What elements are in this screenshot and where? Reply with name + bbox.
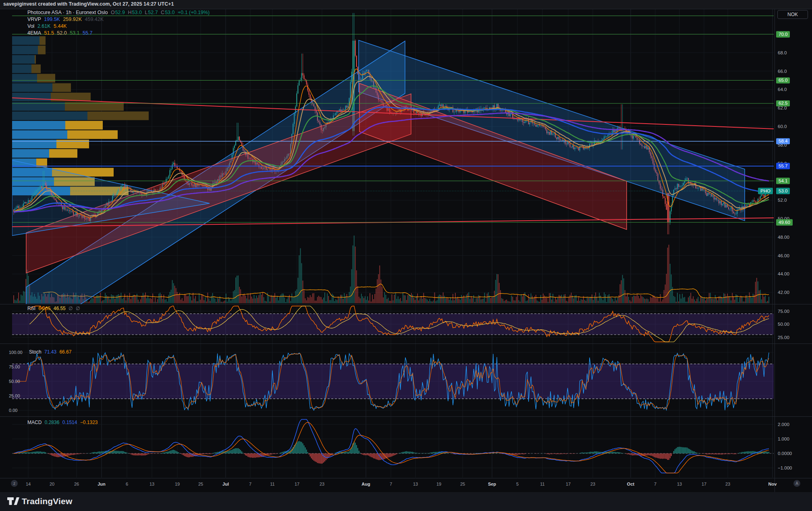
stoch-band (12, 364, 774, 399)
ema-value-1: 51.5 (44, 30, 54, 36)
rsi-ma-value: 46.55 (54, 306, 66, 311)
macd-pane[interactable] (12, 419, 774, 473)
tradingview-logo[interactable] (7, 496, 19, 507)
vrvp-bar (87, 112, 149, 120)
ema-value-2: 52.0 (57, 30, 66, 36)
close-value: 53.0 (165, 10, 174, 15)
low-value: 52.7 (148, 10, 158, 15)
pane-separator[interactable] (0, 304, 812, 304)
close-key: C (161, 10, 164, 15)
pane-separator[interactable] (0, 343, 812, 344)
change-value: +0.1 (+0.19%) (178, 10, 210, 15)
symbol-title: Photocure ASA · 1h · Euronext Oslo (27, 10, 108, 15)
vrvp-bar (67, 130, 118, 139)
vrvp-legend[interactable]: VRVP 199.5K 259.92K 459.42K (27, 17, 105, 22)
stoch-pane[interactable] (12, 353, 774, 410)
rsi-value: 64.65 (38, 306, 50, 311)
vrvp-bar (12, 121, 65, 130)
rsi-empty-1: ∅ (69, 306, 73, 311)
vrvp-bar (12, 55, 35, 64)
macd-legend[interactable]: MACD 0.2836 0.1514 −0.1323 (27, 420, 100, 425)
low-key: L (145, 10, 147, 15)
vrvp-bar (31, 64, 41, 73)
stoch-label: Stoch (29, 349, 42, 355)
volume-ma-value: 5.44K (54, 23, 67, 29)
vrvp-bar (39, 36, 46, 45)
time-axis[interactable] (0, 478, 812, 492)
macd-value: 0.1514 (62, 420, 77, 425)
chart-canvas[interactable] (0, 0, 812, 511)
vrvp-bar (38, 46, 46, 54)
vrvp-bar (49, 149, 77, 158)
main-price-pane[interactable] (12, 13, 774, 339)
pane-separator (0, 9, 812, 9)
vrvp-bar (12, 74, 37, 83)
macd-label: MACD (27, 420, 42, 425)
rsi-empty-2: ∅ (76, 306, 80, 311)
vrvp-bar (12, 112, 87, 120)
vrvp-bar (52, 83, 71, 92)
macd-signal-value: −0.1323 (80, 420, 98, 425)
vrvp-bar (12, 64, 31, 73)
ema-value-3: 53.1 (70, 30, 79, 36)
vrvp-bar (12, 46, 38, 54)
vrvp-value-2: 259.92K (63, 17, 82, 22)
macd-hist-value: 0.2836 (45, 420, 60, 425)
volume-value: 2.61K (37, 23, 51, 29)
stoch-k-value: 71.43 (44, 349, 56, 355)
high-value: 53.0 (132, 10, 142, 15)
volume-legend[interactable]: Vol 2.61K 5.44K (27, 23, 69, 29)
vrvp-bar (12, 130, 67, 139)
price-axis[interactable] (775, 9, 812, 492)
volume-label: Vol (27, 23, 34, 29)
vrvp-value-3: 459.42K (85, 17, 104, 22)
rsi-legend[interactable]: RSI 64.65 46.55 ∅ ∅ (27, 306, 81, 311)
pane-separator[interactable] (0, 416, 812, 417)
open-value: 52.9 (115, 10, 125, 15)
vrvp-bar (12, 83, 52, 92)
auto-scale-button[interactable]: A (793, 480, 800, 487)
ema-label: 4EMA (27, 30, 41, 36)
ema-value-4: 55.7 (83, 30, 92, 36)
brand-name: TradingView (22, 497, 73, 506)
symbol-legend[interactable]: Photocure ASA · 1h · Euronext Oslo O52.9… (27, 10, 211, 15)
rsi-label: RSI (27, 306, 35, 311)
export-header: savepiginvest created with TradingView.c… (0, 0, 812, 9)
rsi-band (12, 314, 774, 335)
stoch-d-value: 66.67 (59, 349, 71, 355)
footer-bar: TradingView (0, 492, 812, 511)
vrvp-bar (12, 36, 39, 45)
vrvp-bar (35, 55, 36, 64)
vrvp-bar (12, 93, 51, 101)
timezone-button[interactable]: z (11, 480, 18, 487)
high-key: H (128, 10, 131, 15)
currency-toggle-button[interactable]: NOK (777, 10, 808, 19)
vrvp-label: VRVP (27, 17, 41, 22)
ema-legend[interactable]: 4EMA 51.5 52.0 53.1 55.7 (27, 30, 94, 36)
vrvp-value-1: 199.5K (44, 17, 60, 22)
vrvp-bar (12, 149, 49, 158)
rsi-pane[interactable] (12, 306, 774, 342)
vrvp-bar (65, 121, 103, 130)
vrvp-bar (37, 74, 55, 83)
stoch-legend[interactable]: Stoch 71.43 66.67 (29, 349, 73, 355)
open-key: O (111, 10, 115, 15)
